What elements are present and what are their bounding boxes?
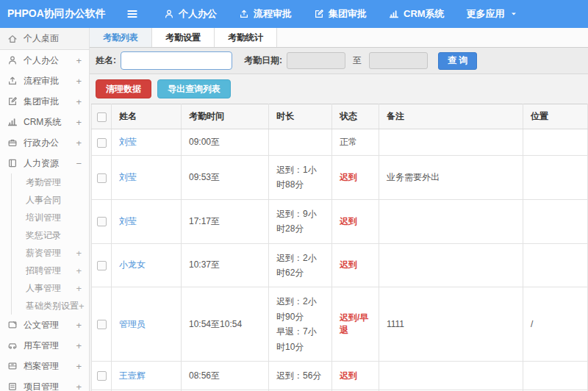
expand-icon[interactable]: + <box>76 381 82 391</box>
sidebar-item-项目管理[interactable]: 项目管理+ <box>0 376 89 391</box>
location-cell <box>523 156 588 200</box>
row-checkbox[interactable] <box>97 320 107 329</box>
sidebar-item-label: 公文管理 <box>24 319 74 331</box>
sidebar-subitem-奖惩记录[interactable]: 奖惩记录 <box>12 226 89 244</box>
note-cell <box>379 361 523 390</box>
clean-data-button[interactable]: 清理数据 <box>96 79 151 98</box>
nav-item-CRM系统[interactable]: CRM系统 <box>389 7 445 21</box>
nav-item-label: 更多应用 <box>467 7 505 21</box>
sidebar-item-个人办公[interactable]: 个人办公+ <box>0 50 89 71</box>
expand-icon[interactable]: + <box>76 76 82 87</box>
expand-icon[interactable]: + <box>76 55 82 66</box>
duration-cell: 迟到：2小时62分 <box>269 243 332 287</box>
hamburger-menu-icon[interactable] <box>121 7 143 21</box>
sidebar-subitem-人事管理[interactable]: 人事管理+ <box>12 279 89 297</box>
nav-item-label: CRM系统 <box>404 7 445 21</box>
sidebar-item-CRM系统[interactable]: CRM系统+ <box>0 112 89 132</box>
table-row: 管理员10:54至10:54迟到：2小时90分 早退：7小时10分迟到/早退11… <box>92 287 588 362</box>
expand-icon[interactable]: + <box>76 137 82 148</box>
row-checkbox[interactable] <box>97 138 107 148</box>
name-cell: 小龙女 <box>112 243 182 287</box>
row-checkbox[interactable] <box>97 371 107 381</box>
row-checkbox[interactable] <box>97 217 107 226</box>
row-checkbox[interactable] <box>97 261 107 270</box>
archive-icon <box>7 361 18 371</box>
sidebar-item-集团审批[interactable]: 集团审批+ <box>0 91 89 112</box>
nav-item-集团审批[interactable]: 集团审批 <box>314 7 367 21</box>
sidebar-subitem-label: 考勤管理 <box>26 176 82 189</box>
nav-item-流程审批[interactable]: 流程审批 <box>239 7 292 21</box>
sidebar-item-公文管理[interactable]: 公文管理+ <box>0 315 89 335</box>
tab-考勤列表[interactable]: 考勤列表 <box>90 28 152 47</box>
note-cell <box>379 243 523 287</box>
sidebar-subitem-人事合同[interactable]: 人事合同 <box>12 191 89 209</box>
tab-考勤统计[interactable]: 考勤统计 <box>215 28 277 47</box>
briefcase-icon <box>7 137 18 148</box>
sidebar-item-个人桌面[interactable]: 个人桌面 <box>0 28 89 50</box>
user-icon <box>164 9 174 19</box>
collapse-icon[interactable]: − <box>76 158 82 169</box>
row-select-cell <box>92 199 112 243</box>
status-badge: 迟到 <box>340 370 357 381</box>
status-cell: 迟到 <box>332 243 379 287</box>
row-checkbox[interactable] <box>97 173 107 183</box>
expand-icon[interactable]: + <box>76 117 82 128</box>
sidebar-subitem-基础类别设置[interactable]: 基础类别设置+ <box>12 297 89 315</box>
project-icon <box>7 381 18 391</box>
column-header-考勤时间: 考勤时间 <box>182 104 269 129</box>
status-badge: 迟到 <box>340 259 357 270</box>
expand-icon[interactable]: + <box>76 361 82 372</box>
name-cell: 刘莹 <box>112 199 182 243</box>
location-cell <box>523 199 588 243</box>
row-select-cell <box>92 243 112 287</box>
employee-name-link[interactable]: 刘莹 <box>119 216 137 226</box>
employee-name-link[interactable]: 刘莹 <box>119 137 137 147</box>
sidebar-item-label: 个人办公 <box>24 54 74 67</box>
employee-name-link[interactable]: 小龙女 <box>119 259 146 270</box>
column-header-状态: 状态 <box>332 104 379 129</box>
date-to-input[interactable] <box>369 52 428 69</box>
sidebar-subitem-培训管理[interactable]: 培训管理 <box>12 209 89 226</box>
sidebar-item-人力资源[interactable]: 人力资源− <box>0 153 89 173</box>
sidebar-subitem-招聘管理[interactable]: 招聘管理+ <box>12 262 89 279</box>
select-all-checkbox[interactable] <box>97 112 107 122</box>
nav-item-个人办公[interactable]: 个人办公 <box>164 7 217 21</box>
date-from-input[interactable] <box>287 52 345 69</box>
sidebar-item-流程审批[interactable]: 流程审批+ <box>0 71 89 91</box>
sidebar-subitem-薪资管理[interactable]: 薪资管理+ <box>12 244 89 262</box>
time-cell: 08:56至 <box>182 361 269 390</box>
export-list-button[interactable]: 导出查询列表 <box>157 79 231 98</box>
employee-name-link[interactable]: 管理员 <box>119 319 146 329</box>
status-cell: 正常 <box>332 129 379 156</box>
query-button[interactable]: 查 询 <box>438 52 477 70</box>
expand-icon[interactable]: + <box>76 248 82 259</box>
table-row: 刘莹09:00至正常 <box>92 129 588 156</box>
expand-icon[interactable]: + <box>76 96 82 107</box>
expand-icon[interactable]: + <box>76 340 82 351</box>
status-cell: 迟到 <box>332 199 379 243</box>
sidebar-item-档案管理[interactable]: 档案管理+ <box>0 356 89 376</box>
tab-考勤设置[interactable]: 考勤设置 <box>152 28 215 47</box>
filter-bar: 姓名: 考勤日期: 至 查 询 <box>90 48 588 74</box>
name-filter-input[interactable] <box>121 51 232 70</box>
duration-cell <box>269 129 332 156</box>
expand-icon[interactable]: + <box>76 265 82 276</box>
expand-icon[interactable]: + <box>79 301 85 312</box>
sidebar-subitem-考勤管理[interactable]: 考勤管理 <box>12 173 89 191</box>
status-badge: 迟到 <box>340 216 357 226</box>
sidebar-item-行政办公[interactable]: 行政办公+ <box>0 132 89 153</box>
sidebar-item-用车管理[interactable]: 用车管理+ <box>0 335 89 356</box>
column-header-位置: 位置 <box>523 104 588 129</box>
employee-name-link[interactable]: 刘莹 <box>119 172 137 182</box>
employee-name-link[interactable]: 王壹辉 <box>119 370 146 381</box>
nav-item-更多应用[interactable]: 更多应用 <box>467 7 518 21</box>
table-body: 刘莹09:00至正常刘莹09:53至迟到：1小时88分迟到业务需要外出刘莹17:… <box>92 129 588 391</box>
expand-icon[interactable]: + <box>76 320 82 331</box>
main-content: 考勤列表考勤设置考勤统计 姓名: 考勤日期: 至 查 询 清理数据 导出查询列表 <box>90 28 588 391</box>
location-cell <box>523 243 588 287</box>
row-select-cell <box>92 287 112 362</box>
sidebar-subitem-label: 招聘管理 <box>26 265 76 277</box>
app-window: PHPOA协同办公软件 个人办公流程审批集团审批CRM系统更多应用 个人桌面个人… <box>0 0 588 391</box>
expand-icon[interactable]: + <box>76 283 82 294</box>
home-icon <box>7 34 18 44</box>
